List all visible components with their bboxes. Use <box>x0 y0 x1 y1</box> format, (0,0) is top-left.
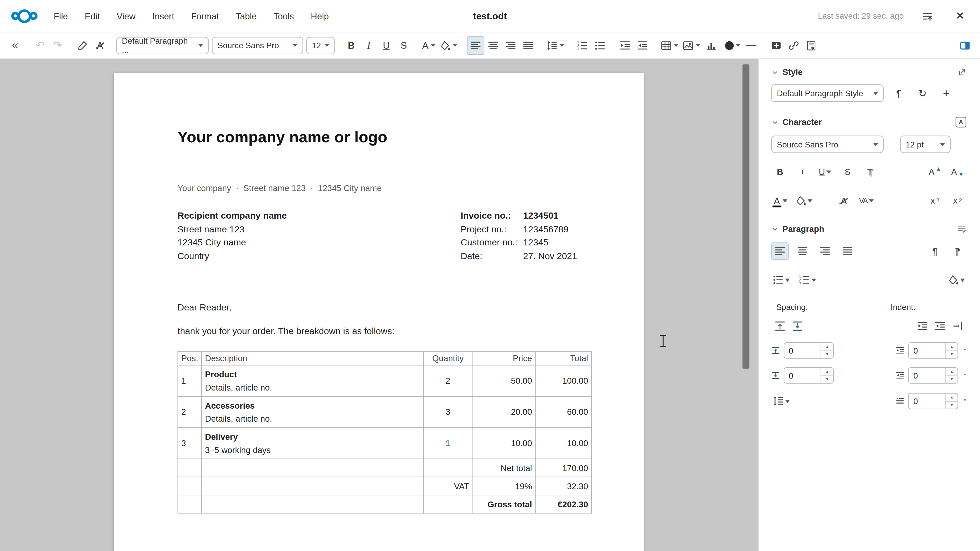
menu-table[interactable]: Table <box>236 11 257 21</box>
step-up-icon[interactable]: ▲ <box>946 343 958 351</box>
menu-edit[interactable]: Edit <box>85 11 100 21</box>
spacing-below-input[interactable]: ▲▼ <box>784 367 834 384</box>
clear-formatting-button[interactable]: A <box>91 36 109 55</box>
strikethrough-button[interactable]: S <box>395 36 413 55</box>
spacing-above-input[interactable]: ▲▼ <box>784 342 834 359</box>
sidebar-numbered-list-button[interactable] <box>797 271 818 289</box>
sidebar-highlight-color-button[interactable] <box>794 192 814 210</box>
document-canvas[interactable]: Your company name or logo Your company ·… <box>0 59 758 551</box>
sidebar-paragraph-style-select[interactable]: Default Paragraph Style <box>771 84 884 102</box>
step-down-icon[interactable]: ▼ <box>821 376 833 383</box>
first-line-indent-input[interactable]: ▲▼ <box>908 393 958 409</box>
stepper[interactable]: ▲▼ <box>945 368 958 383</box>
paragraph-section-header[interactable]: Paragraph <box>771 224 966 233</box>
insert-link-button[interactable] <box>785 36 803 55</box>
paragraph-background-button[interactable] <box>946 271 966 289</box>
step-down-icon[interactable]: ▼ <box>946 351 958 358</box>
redo-button[interactable]: ↷ <box>49 36 66 55</box>
character-dialog-icon[interactable]: A <box>956 117 966 127</box>
sidebar-clear-formatting-button[interactable]: A <box>835 192 853 210</box>
font-name-select[interactable]: Source Sans Pro <box>212 37 303 54</box>
close-button[interactable]: ✕ <box>951 7 969 25</box>
sidebar-decrease-indent-button[interactable] <box>931 318 949 335</box>
vertical-scrollbar[interactable] <box>742 59 750 551</box>
indent-after-input[interactable]: ▲▼ <box>908 367 958 384</box>
step-up-icon[interactable]: ▲ <box>946 394 958 402</box>
character-section-header[interactable]: Character A <box>771 117 966 127</box>
clone-formatting-button[interactable] <box>74 36 91 55</box>
stepper[interactable]: ▲▼ <box>945 343 958 358</box>
italic-button[interactable]: I <box>360 36 378 55</box>
sidebar-align-justify-button[interactable] <box>839 242 856 260</box>
scrollbar-thumb[interactable] <box>742 64 749 368</box>
shrink-font-button[interactable]: A▼ <box>949 163 966 181</box>
line-spacing-button[interactable] <box>544 36 566 55</box>
sidebar-bullet-list-button[interactable] <box>771 271 791 289</box>
insert-line-button[interactable] <box>742 36 760 55</box>
indent-before-input[interactable]: ▲▼ <box>908 342 958 359</box>
menu-help[interactable]: Help <box>311 11 329 21</box>
step-down-icon[interactable]: ▼ <box>821 351 833 358</box>
highlight-color-button[interactable] <box>438 36 460 55</box>
subscript-button[interactable]: x2 <box>949 192 966 210</box>
sidebar-italic-button[interactable]: I <box>794 163 811 181</box>
sidebar-underline-button[interactable]: U <box>816 163 834 181</box>
increase-spacing-button[interactable] <box>771 318 789 335</box>
menu-tools[interactable]: Tools <box>274 11 294 21</box>
bold-button[interactable]: B <box>342 36 360 55</box>
insert-chart-button[interactable] <box>703 36 720 55</box>
character-spacing-button[interactable]: VA <box>858 192 875 210</box>
paragraph-style-select[interactable]: Default Paragraph ... <box>116 37 209 54</box>
insert-image-button[interactable] <box>681 36 703 55</box>
update-style-button[interactable]: ↻ <box>914 84 931 102</box>
new-style-button[interactable]: + <box>937 84 955 102</box>
font-color-button[interactable]: A <box>420 36 438 55</box>
collapse-toolbar-button[interactable]: « <box>6 36 24 55</box>
menu-format[interactable]: Format <box>191 11 219 21</box>
decrease-spacing-button[interactable] <box>789 318 807 335</box>
paragraph-rtl-button[interactable]: ¶ <box>949 242 966 260</box>
stepper[interactable]: ▲▼ <box>945 394 958 409</box>
grow-font-button[interactable]: A▲ <box>926 163 944 181</box>
menu-insert[interactable]: Insert <box>152 11 174 21</box>
insert-shape-button[interactable] <box>723 36 742 55</box>
menu-file[interactable]: File <box>54 11 68 21</box>
step-up-icon[interactable]: ▲ <box>946 368 958 376</box>
sidebar-font-size-select[interactable]: 12 pt <box>900 135 951 153</box>
sidebar-align-left-button[interactable] <box>771 242 789 260</box>
stepper[interactable]: ▲▼ <box>821 343 833 358</box>
paragraph-dialog-icon[interactable] <box>958 224 966 233</box>
step-up-icon[interactable]: ▲ <box>821 343 833 351</box>
step-down-icon[interactable]: ▼ <box>946 376 958 383</box>
insert-field-button[interactable] <box>802 36 820 55</box>
align-left-button[interactable] <box>467 36 484 55</box>
align-justify-button[interactable] <box>519 36 537 55</box>
sidebar-align-center-button[interactable] <box>794 242 811 260</box>
sidebar-line-spacing-button[interactable] <box>771 392 791 410</box>
apply-style-button[interactable]: ¶ <box>890 84 907 102</box>
stepper[interactable]: ▲▼ <box>821 368 833 383</box>
align-right-button[interactable] <box>502 36 520 55</box>
font-size-select[interactable]: 12 <box>306 37 335 54</box>
step-up-icon[interactable]: ▲ <box>821 368 833 376</box>
insert-comment-button[interactable] <box>767 36 785 55</box>
shadow-text-button[interactable]: T <box>861 163 879 181</box>
align-center-button[interactable] <box>484 36 502 55</box>
toggle-sidebar-button[interactable] <box>956 36 974 55</box>
ordered-list-button[interactable] <box>574 36 591 55</box>
nextcloud-logo[interactable] <box>11 9 38 23</box>
sidebar-bold-button[interactable]: B <box>771 163 789 181</box>
sidebar-align-right-button[interactable] <box>816 242 834 260</box>
unordered-list-button[interactable] <box>591 36 609 55</box>
sidebar-font-name-select[interactable]: Source Sans Pro <box>771 135 884 153</box>
hide-menubar-button[interactable] <box>919 7 936 25</box>
sidebar-strikethrough-button[interactable]: S <box>839 163 856 181</box>
underline-button[interactable]: U <box>377 36 395 55</box>
style-section-header[interactable]: Style <box>771 67 966 77</box>
document-page[interactable]: Your company name or logo Your company ·… <box>114 73 644 551</box>
menu-view[interactable]: View <box>117 11 135 21</box>
dialog-launcher-icon[interactable] <box>958 68 966 76</box>
hanging-indent-button[interactable] <box>949 318 966 335</box>
paragraph-ltr-button[interactable]: ¶ <box>926 242 944 260</box>
insert-table-button[interactable] <box>659 36 681 55</box>
